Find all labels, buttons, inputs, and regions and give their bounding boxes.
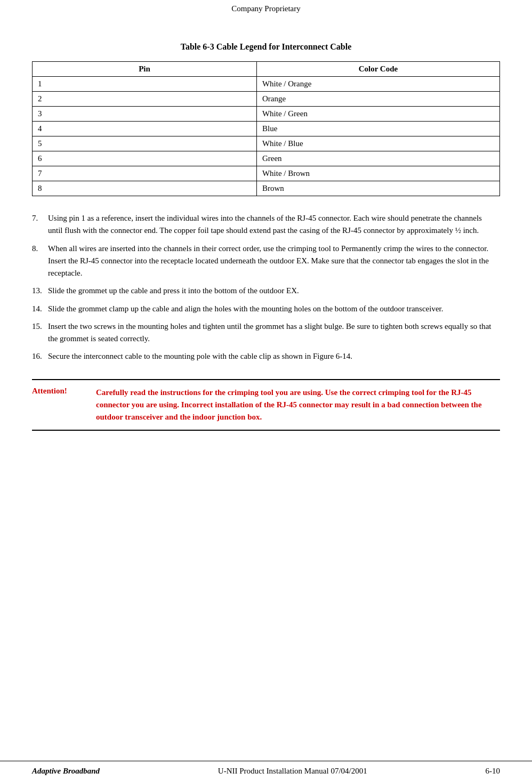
table-row: 4Blue	[33, 122, 500, 136]
cable-legend-table: Pin Color Code 1White / Orange2Orange3Wh…	[32, 61, 500, 196]
cell-color: Blue	[256, 122, 499, 136]
table-row: 3White / Green	[33, 107, 500, 122]
table-row: 5White / Blue	[33, 136, 500, 151]
footer-page-number: 6-10	[486, 767, 501, 776]
list-item: 16.Secure the interconnect cable to the …	[32, 350, 500, 363]
cell-color: Brown	[256, 181, 499, 196]
cell-color: Green	[256, 151, 499, 166]
cell-pin: 4	[33, 122, 257, 136]
cell-pin: 2	[33, 92, 257, 107]
cell-pin: 8	[33, 181, 257, 196]
main-content: Table 6-3 Cable Legend for Interconnect …	[0, 15, 532, 457]
item-number: 13.	[32, 285, 48, 297]
item-number: 8.	[32, 243, 48, 255]
item-text: Insert the two screws in the mounting ho…	[48, 320, 497, 345]
item-text: Secure the interconnect cable to the mou…	[48, 350, 497, 363]
page-container: Company Proprietary Table 6-3 Cable Lege…	[0, 0, 532, 781]
cell-pin: 3	[33, 107, 257, 122]
list-item: 15.Insert the two screws in the mounting…	[32, 320, 500, 345]
list-item: 8.When all wires are inserted into the c…	[32, 243, 500, 280]
page-footer: Adaptive Broadband U-NII Product Install…	[0, 761, 532, 781]
header-title: Company Proprietary	[231, 4, 301, 13]
cell-color: White / Green	[256, 107, 499, 122]
list-item: 14.Slide the grommet clamp up the cable …	[32, 303, 500, 315]
cell-pin: 5	[33, 136, 257, 151]
item-number: 14.	[32, 303, 48, 315]
attention-text: Carefully read the instructions for the …	[96, 387, 500, 424]
cell-color: White / Orange	[256, 77, 499, 92]
item-text: When all wires are inserted into the cha…	[48, 243, 497, 280]
cell-color: Orange	[256, 92, 499, 107]
item-number: 15.	[32, 320, 48, 333]
col-header-color: Color Code	[256, 62, 499, 77]
footer-brand: Adaptive Broadband	[32, 767, 100, 776]
table-row: 7White / Brown	[33, 166, 500, 181]
table-title: Table 6-3 Cable Legend for Interconnect …	[32, 42, 500, 52]
attention-content: Attention! Carefully read the instructio…	[32, 387, 500, 424]
table-row: 6Green	[33, 151, 500, 166]
table-header-row: Pin Color Code	[33, 62, 500, 77]
page-header: Company Proprietary	[0, 0, 532, 15]
footer-manual-info: U-NII Product Installation Manual 07/04/…	[218, 767, 367, 776]
attention-label: Attention!	[32, 387, 96, 424]
cell-color: White / Blue	[256, 136, 499, 151]
table-row: 1White / Orange	[33, 77, 500, 92]
cell-pin: 1	[33, 77, 257, 92]
item-number: 16.	[32, 350, 48, 363]
item-text: Slide the grommet up the cable and press…	[48, 285, 497, 297]
table-row: 8Brown	[33, 181, 500, 196]
col-header-pin: Pin	[33, 62, 257, 77]
instructions-list: 7.Using pin 1 as a reference, insert the…	[32, 212, 500, 363]
cell-pin: 7	[33, 166, 257, 181]
item-text: Slide the grommet clamp up the cable and…	[48, 303, 497, 315]
attention-box: Attention! Carefully read the instructio…	[32, 379, 500, 431]
table-row: 2Orange	[33, 92, 500, 107]
item-number: 7.	[32, 212, 48, 224]
cell-pin: 6	[33, 151, 257, 166]
list-item: 7.Using pin 1 as a reference, insert the…	[32, 212, 500, 237]
list-item: 13.Slide the grommet up the cable and pr…	[32, 285, 500, 297]
item-text: Using pin 1 as a reference, insert the i…	[48, 212, 497, 237]
cell-color: White / Brown	[256, 166, 499, 181]
